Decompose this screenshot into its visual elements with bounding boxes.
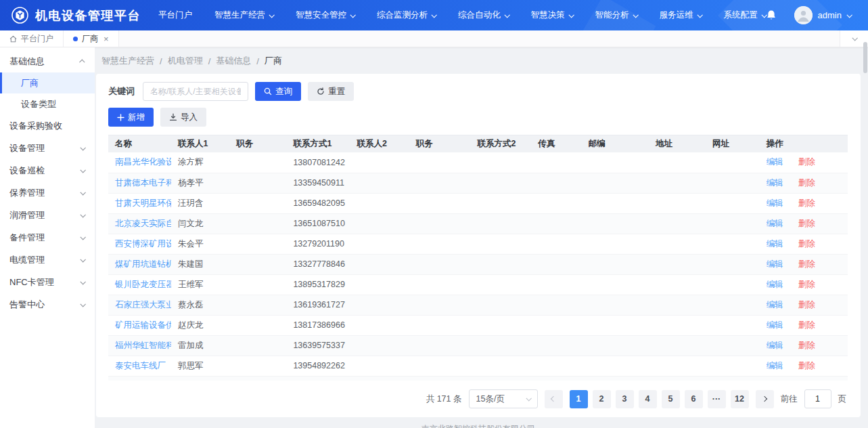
- reset-button[interactable]: 重置: [308, 82, 354, 101]
- table-row-1: 甘肃德本电子科技…杨孝平13359450911编辑删除: [108, 173, 848, 193]
- delete-link[interactable]: 删除: [798, 259, 815, 269]
- sidebar-item-1[interactable]: 设备采购验收: [0, 114, 95, 137]
- sidebar-item-8[interactable]: NFC卡管理: [0, 271, 95, 293]
- query-button[interactable]: 查询: [255, 82, 301, 101]
- nav-item-2[interactable]: 智慧安全管控: [296, 9, 355, 21]
- nav-item-8[interactable]: 系统配置: [724, 9, 766, 21]
- edit-link[interactable]: 编辑: [767, 280, 783, 289]
- sidebar-subitem-label: 设备类型: [21, 98, 56, 110]
- delete-link[interactable]: 删除: [798, 361, 815, 370]
- nav-item-4[interactable]: 综合自动化: [458, 9, 509, 21]
- chevron-down-icon: [80, 301, 85, 307]
- goto-page-input[interactable]: [804, 389, 831, 408]
- cell-actions: 编辑删除: [760, 315, 848, 335]
- brand: 机电设备管理平台: [0, 6, 141, 24]
- vendor-name-link[interactable]: 西安博深矿用设备…: [115, 239, 171, 249]
- edit-link[interactable]: 编辑: [767, 219, 783, 228]
- cell: [229, 213, 286, 234]
- breadcrumb-item[interactable]: 智慧生产经营: [101, 55, 154, 67]
- page-size-select[interactable]: 15条/页: [469, 389, 538, 408]
- cell: [471, 152, 532, 173]
- delete-link[interactable]: 删除: [798, 341, 815, 350]
- edit-link[interactable]: 编辑: [767, 259, 783, 269]
- sidebar-item-0[interactable]: 基础信息: [0, 50, 95, 72]
- close-icon[interactable]: ×: [104, 35, 109, 43]
- vendor-name-link[interactable]: 煤矿用坑道钻机系…: [115, 259, 171, 269]
- nav-item-0[interactable]: 平台门户: [158, 9, 192, 21]
- chevron-down-icon: [568, 12, 574, 18]
- page-ellipsis[interactable]: ···: [708, 390, 726, 408]
- import-button-label: 导入: [181, 112, 198, 123]
- breadcrumb-item[interactable]: 机电管理: [168, 55, 203, 67]
- prev-page-button[interactable]: [545, 390, 563, 408]
- vendor-name-link[interactable]: 南昌光华化验设备厂: [115, 157, 171, 167]
- edit-link[interactable]: 编辑: [767, 178, 783, 188]
- delete-link[interactable]: 删除: [798, 320, 815, 330]
- delete-link[interactable]: 删除: [798, 239, 815, 249]
- sidebar-item-3[interactable]: 设备巡检: [0, 159, 95, 181]
- nav-item-label: 智慧安全管控: [296, 9, 346, 21]
- vendor-name-link[interactable]: 甘肃德本电子科技…: [115, 178, 171, 188]
- edit-link[interactable]: 编辑: [767, 198, 783, 208]
- edit-link[interactable]: 编辑: [767, 341, 783, 350]
- delete-link[interactable]: 删除: [798, 198, 815, 208]
- vendor-name-link[interactable]: 石家庄强大泵业集…: [115, 300, 171, 309]
- bell-icon[interactable]: [766, 9, 777, 21]
- page-button-3[interactable]: 3: [616, 390, 634, 408]
- table-row-10: 泰安电车线厂郭思军13954892262编辑删除: [108, 356, 848, 376]
- nav-item-1[interactable]: 智慧生产经营: [214, 9, 273, 21]
- keyword-input[interactable]: [143, 82, 248, 101]
- page-button-4[interactable]: 4: [639, 390, 657, 408]
- vendor-name-link[interactable]: 泰安电车线厂: [115, 361, 166, 370]
- nav-item-6[interactable]: 智能分析: [595, 9, 637, 21]
- page-button-6[interactable]: 6: [685, 390, 703, 408]
- tab-platform-portal[interactable]: 平台门户: [0, 30, 64, 47]
- page-button-1[interactable]: 1: [570, 390, 588, 408]
- import-button[interactable]: 导入: [160, 108, 206, 127]
- delete-link[interactable]: 删除: [798, 280, 815, 289]
- add-button[interactable]: 新增: [108, 108, 154, 127]
- page-button-12[interactable]: 12: [731, 390, 749, 408]
- delete-link[interactable]: 删除: [798, 219, 815, 228]
- nav-item-7[interactable]: 服务运维: [660, 9, 702, 21]
- cell-name: 西安博深矿用设备…: [108, 234, 171, 254]
- scrollbar-thumb[interactable]: [863, 42, 867, 73]
- page-button-2[interactable]: 2: [593, 390, 611, 408]
- sidebar-item-6[interactable]: 备件管理: [0, 226, 95, 249]
- cell-name: 甘肃天明星环保有…: [108, 193, 171, 213]
- sidebar-subitem-0-0[interactable]: 厂商: [0, 72, 95, 93]
- vendor-name-link[interactable]: 银川卧龙变压器有…: [115, 280, 171, 289]
- next-page-button[interactable]: [756, 390, 774, 408]
- vendor-name-link[interactable]: 甘肃天明星环保有…: [115, 198, 171, 208]
- sidebar-item-2[interactable]: 设备管理: [0, 137, 95, 159]
- breadcrumb-item[interactable]: 基础信息: [216, 55, 251, 67]
- cell: [706, 376, 760, 381]
- sidebar-item-7[interactable]: 电缆管理: [0, 249, 95, 271]
- col-header-8: 邮编: [581, 135, 648, 152]
- nav-item-3[interactable]: 综合监测分析: [377, 9, 436, 21]
- user-menu[interactable]: admin: [794, 6, 851, 24]
- edit-link[interactable]: 编辑: [767, 320, 783, 330]
- page-button-5[interactable]: 5: [662, 390, 680, 408]
- sidebar-subitem-0-1[interactable]: 设备类型: [0, 93, 95, 114]
- delete-link[interactable]: 删除: [798, 178, 815, 188]
- cell: 13954892262: [286, 356, 350, 376]
- cell-name: 福州华虹智能科技…: [108, 335, 171, 356]
- vendor-name-link[interactable]: 北京凌天实际自动…: [115, 219, 171, 228]
- vendor-name-link[interactable]: 矿用运输设备供应商: [115, 320, 171, 330]
- sidebar-item-5[interactable]: 润滑管理: [0, 204, 95, 226]
- edit-link[interactable]: 编辑: [767, 361, 783, 370]
- edit-link[interactable]: 编辑: [767, 239, 783, 249]
- cell-actions: 编辑删除: [760, 356, 848, 376]
- tab-vendor[interactable]: 厂商 ×: [64, 30, 119, 47]
- edit-link[interactable]: 编辑: [767, 300, 783, 309]
- sidebar-item-4[interactable]: 保养管理: [0, 181, 95, 204]
- edit-link[interactable]: 编辑: [767, 157, 783, 167]
- cell: [229, 376, 286, 381]
- table-row-7: 石家庄强大泵业集…蔡永磊13619361727编辑删除: [108, 295, 848, 315]
- sidebar-item-9[interactable]: 告警中心: [0, 293, 95, 316]
- delete-link[interactable]: 删除: [798, 300, 815, 309]
- nav-item-5[interactable]: 智慧决策: [531, 9, 573, 21]
- delete-link[interactable]: 删除: [798, 157, 815, 167]
- vendor-name-link[interactable]: 福州华虹智能科技…: [115, 341, 171, 350]
